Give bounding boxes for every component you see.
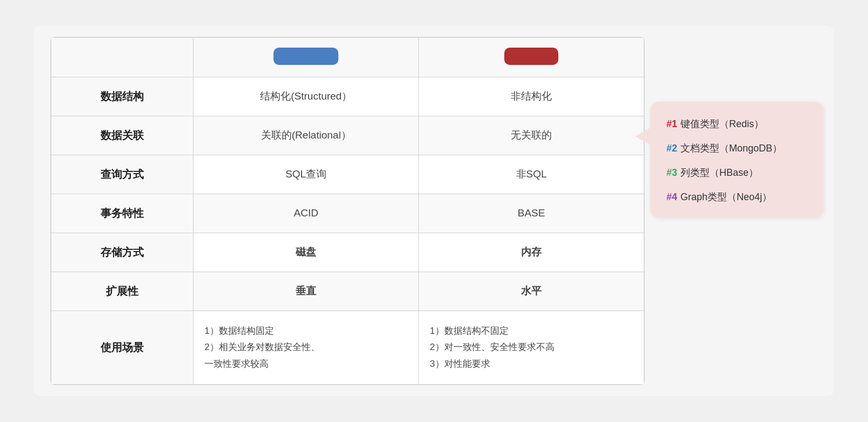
table-row: 数据结构结构化(Structured）非结构化 — [51, 77, 644, 116]
row-sql-value: SQL查询 — [193, 155, 419, 194]
table-header-row — [51, 37, 644, 77]
nosql-types-callout: #1 键值类型（Redis）#2 文档类型（MongoDB）#3 列类型（HBa… — [650, 102, 823, 217]
header-sql — [193, 37, 419, 77]
callout-text: 键值类型（Redis） — [680, 117, 764, 131]
callout-item: #2 文档类型（MongoDB） — [666, 141, 807, 156]
table-body: 数据结构结构化(Structured）非结构化数据关联关联的(Relationa… — [51, 77, 644, 385]
callout-item: #3 列类型（HBase） — [666, 166, 807, 180]
row-label: 数据关联 — [51, 116, 193, 155]
table-row: 查询方式SQL查询非SQL — [51, 155, 644, 194]
table-row: 扩展性垂直水平 — [51, 272, 644, 311]
row-sql-value: 结构化(Structured） — [193, 77, 419, 116]
table-row: 数据关联关联的(Relational）无关联的 — [51, 116, 644, 155]
row-nosql-value: BASE — [419, 194, 644, 233]
row-label: 存储方式 — [51, 233, 193, 272]
callout-text: Graph类型（Neo4j） — [680, 190, 772, 205]
header-nosql — [419, 37, 644, 77]
row-label: 数据结构 — [51, 77, 193, 116]
callout-item: #1 键值类型（Redis） — [666, 117, 807, 131]
row-nosql-value: 非结构化 — [419, 77, 644, 116]
row-sql-value: 磁盘 — [193, 233, 419, 272]
callout-item: #4 Graph类型（Neo4j） — [666, 190, 807, 205]
callout-text: 列类型（HBase） — [680, 166, 758, 180]
callout-number: #4 — [666, 190, 677, 205]
nosql-badge — [504, 48, 558, 65]
comparison-table: 数据结构结构化(Structured）非结构化数据关联关联的(Relationa… — [51, 37, 644, 385]
callout-number: #1 — [666, 117, 677, 131]
page-wrapper: 数据结构结构化(Structured）非结构化数据关联关联的(Relationa… — [34, 26, 834, 397]
row-nosql-value: 非SQL — [419, 155, 644, 194]
header-empty — [51, 37, 193, 77]
row-sql-value: ACID — [193, 194, 419, 233]
row-nosql-value: 内存 — [419, 233, 644, 272]
comparison-table-container: 数据结构结构化(Structured）非结构化数据关联关联的(Relationa… — [50, 37, 645, 386]
table-row: 存储方式磁盘内存 — [51, 233, 644, 272]
row-label: 查询方式 — [51, 155, 193, 194]
row-sql-value: 关联的(Relational） — [193, 116, 419, 155]
table-row: 事务特性ACIDBASE — [51, 194, 644, 233]
row-nosql-value: 水平 — [419, 272, 644, 311]
usage-sql: 1）数据结构固定2）相关业务对数据安全性、一致性要求较高 — [193, 311, 419, 385]
row-label: 事务特性 — [51, 194, 193, 233]
row-sql-value: 垂直 — [193, 272, 419, 311]
usage-nosql: 1）数据结构不固定2）对一致性、安全性要求不高3）对性能要求 — [419, 311, 644, 385]
callout-text: 文档类型（MongoDB） — [680, 141, 782, 156]
row-label: 扩展性 — [51, 272, 193, 311]
sql-badge — [273, 48, 338, 65]
callout-number: #2 — [666, 141, 677, 156]
table-row-usage: 使用场景1）数据结构固定2）相关业务对数据安全性、一致性要求较高1）数据结构不固… — [51, 311, 644, 385]
row-nosql-value: 无关联的 — [419, 116, 644, 155]
callout-number: #3 — [666, 166, 677, 180]
usage-label: 使用场景 — [51, 311, 193, 385]
